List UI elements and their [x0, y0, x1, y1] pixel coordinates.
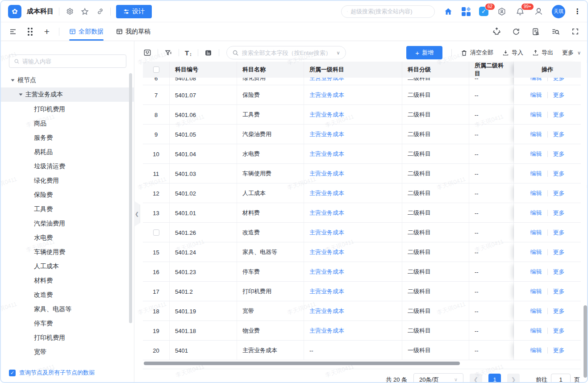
checkbox-checked-icon[interactable]: ✓: [9, 370, 16, 376]
notifications[interactable]: 99+: [515, 7, 525, 17]
tree-item[interactable]: 改造费: [1, 287, 134, 302]
row-more-link[interactable]: 更多: [553, 229, 565, 237]
tree-item[interactable]: 家具、电器等: [1, 302, 134, 316]
current-page-button[interactable]: 1: [488, 374, 501, 383]
import-button[interactable]: 导入: [502, 49, 523, 57]
refresh-icon[interactable]: [511, 27, 521, 37]
row-more-link[interactable]: 更多: [553, 111, 565, 119]
home-icon[interactable]: [443, 7, 453, 17]
app-logo-icon[interactable]: ✿: [8, 5, 21, 18]
tree-item[interactable]: 打印机费用: [1, 330, 134, 345]
row-more-link[interactable]: 更多: [553, 346, 565, 354]
table-row[interactable]: 185401.19宽带主营业务成本二级科目--编辑更多: [143, 301, 581, 321]
drag-handle-icon[interactable]: [25, 27, 35, 37]
tree-item[interactable]: 工具费: [1, 202, 134, 216]
more-menu-icon[interactable]: ⋮: [574, 7, 581, 16]
edit-link[interactable]: 编辑: [530, 229, 542, 237]
parent-subject-link[interactable]: 主营业务成本: [309, 268, 344, 276]
page-size-select[interactable]: 20条/页 ∨: [413, 373, 463, 383]
chevron-down-icon[interactable]: ∨: [337, 50, 340, 56]
edit-link[interactable]: 编辑: [530, 78, 542, 82]
tree-item[interactable]: 商品: [1, 116, 134, 130]
add-record-button[interactable]: + 新增: [406, 46, 442, 59]
table-row[interactable]: 115401.03车辆使用费主营业务成本二级科目--编辑更多: [143, 164, 581, 183]
row-more-link[interactable]: 更多: [553, 189, 565, 197]
search-records-icon[interactable]: [550, 27, 560, 37]
table-search[interactable]: ∨: [226, 46, 346, 59]
column-header[interactable]: 科目分级: [402, 62, 469, 78]
tree-item[interactable]: 水电费: [1, 230, 134, 245]
row-more-link[interactable]: 更多: [553, 130, 565, 138]
table-row[interactable]: 65401.08绿化费用主营业务成本二级科目--编辑更多: [143, 78, 581, 85]
edit-link[interactable]: 编辑: [530, 111, 542, 119]
parent-subject-link[interactable]: 主营业务成本: [309, 189, 344, 197]
edit-link[interactable]: 编辑: [530, 150, 542, 158]
edit-link[interactable]: 编辑: [530, 327, 542, 335]
table-row[interactable]: 175401.2打印机费用主营业务成本二级科目--编辑更多: [143, 282, 581, 301]
parent-subject-link[interactable]: 主营业务成本: [309, 327, 344, 335]
column-header[interactable]: 所属一级科目: [304, 62, 402, 78]
row-more-link[interactable]: 更多: [553, 170, 565, 178]
row-more-link[interactable]: 更多: [553, 209, 565, 217]
recycle-bin-icon[interactable]: [492, 27, 501, 37]
add-view-icon[interactable]: +: [42, 27, 52, 37]
table-row[interactable]: 5401.26改造费主营业务成本二级科目--编辑更多: [143, 223, 581, 242]
tree-item[interactable]: 车辆使用费: [1, 245, 134, 259]
tree-node-selected[interactable]: 主营业务成本: [1, 87, 134, 102]
edit-link[interactable]: 编辑: [530, 170, 542, 178]
edit-link[interactable]: 编辑: [530, 307, 542, 315]
row-more-link[interactable]: 更多: [553, 268, 565, 276]
tree-item[interactable]: 汽柴油费用: [1, 216, 134, 230]
tree-item[interactable]: 打印机费用: [1, 102, 134, 116]
tree-item[interactable]: 垃圾清运费: [1, 159, 134, 173]
vertical-scrollbar[interactable]: [583, 82, 587, 381]
design-button[interactable]: 设计: [116, 5, 152, 18]
fullscreen-icon[interactable]: [570, 27, 580, 37]
table-row[interactable]: 125401.02人工成本主营业务成本二级科目--编辑更多: [143, 183, 581, 203]
tree-item[interactable]: 宽带: [1, 345, 134, 357]
settings-gear-icon[interactable]: [65, 7, 75, 17]
vscroll-thumb[interactable]: [584, 305, 587, 378]
caret-down-icon[interactable]: [11, 79, 15, 82]
form-link-icon[interactable]: [531, 27, 541, 37]
column-header[interactable]: 科目名称: [237, 62, 304, 78]
parent-subject-link[interactable]: 主营业务成本: [309, 209, 344, 217]
hscroll-thumb[interactable]: [144, 362, 460, 365]
table-row[interactable]: 205401主营业务成本--一级科目--编辑更多: [143, 341, 581, 360]
next-page-button[interactable]: ❯: [507, 374, 520, 383]
global-search-input[interactable]: [350, 8, 429, 15]
row-checkbox[interactable]: [153, 229, 159, 236]
parent-subject-link[interactable]: 主营业务成本: [309, 170, 344, 178]
tree-item[interactable]: 绿化费用: [1, 173, 134, 187]
tree-scrollbar[interactable]: [129, 73, 132, 323]
table-row[interactable]: 105401.04水电费主营业务成本二级科目--编辑更多: [143, 144, 581, 164]
tree-search[interactable]: [9, 54, 126, 68]
parent-subject-link[interactable]: 主营业务成本: [309, 248, 344, 256]
edit-link[interactable]: 编辑: [530, 209, 542, 217]
tree-item[interactable]: 人工成本: [1, 259, 134, 273]
tree-item[interactable]: 服务费: [1, 130, 134, 145]
field-display-icon[interactable]: [143, 48, 152, 57]
filter-icon[interactable]: [164, 48, 173, 57]
query-subnodes-checkbox[interactable]: ✓ 查询节点及所有子节点的数据: [9, 369, 95, 377]
approval-icon[interactable]: [497, 7, 507, 17]
edit-link[interactable]: 编辑: [530, 189, 542, 197]
tree-search-input[interactable]: [22, 58, 121, 65]
column-header[interactable]: 所属二级科目: [469, 62, 514, 78]
table-row[interactable]: 95401.05汽柴油费用主营业务成本二级科目--编辑更多: [143, 125, 581, 144]
table-row[interactable]: 165401.23停车费主营业务成本二级科目--编辑更多: [143, 262, 581, 282]
tab-all-data[interactable]: 全部数据: [69, 22, 104, 41]
parent-subject-link[interactable]: 主营业务成本: [309, 229, 344, 237]
row-more-link[interactable]: 更多: [553, 248, 565, 256]
todo-tasks[interactable]: ✓ 62: [479, 7, 488, 16]
favorite-star-icon[interactable]: [80, 7, 90, 17]
tree-item[interactable]: 材料费: [1, 273, 134, 287]
more-actions-button[interactable]: 更多 ∨: [562, 49, 581, 57]
text-size-icon[interactable]: T↕: [185, 49, 192, 57]
table-row[interactable]: 135401.01材料费主营业务成本二级科目--编辑更多: [143, 203, 581, 223]
parent-subject-link[interactable]: 主营业务成本: [309, 111, 344, 119]
horizontal-scrollbar[interactable]: [143, 362, 581, 365]
goto-page-input[interactable]: [551, 374, 571, 383]
row-more-link[interactable]: 更多: [553, 91, 565, 99]
tree-item[interactable]: 停车费: [1, 316, 134, 330]
